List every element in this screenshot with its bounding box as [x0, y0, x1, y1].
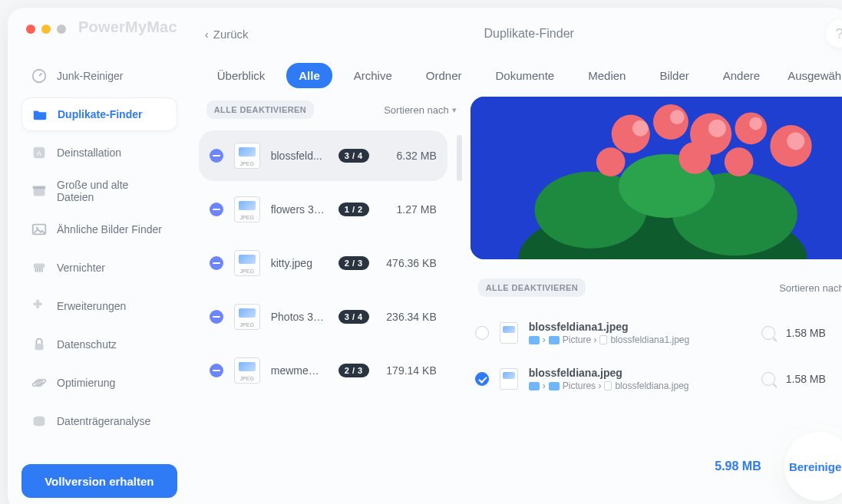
gauge-icon [31, 68, 48, 84]
svg-rect-7 [34, 264, 45, 268]
group-row[interactable]: JPEGkitty.jpeg2 / 3476.36 KB [199, 238, 447, 288]
sort-button[interactable]: Sortieren nach ▾ [384, 104, 457, 116]
window-controls: PowerMyMac [21, 18, 177, 36]
sidebar-item-datentr-geranalyse[interactable]: Datenträgeranalyse [21, 404, 177, 438]
back-button[interactable]: ‹ Zurück [205, 28, 249, 41]
sidebar-item-gro-e-und-alte-dateien[interactable]: Große und alte Dateien [21, 174, 177, 208]
lock-icon [31, 336, 48, 353]
sidebar-item-junk-reiniger[interactable]: Junk-Reiniger [21, 59, 177, 93]
sort-files-button[interactable]: Sortieren nach ▾ [779, 282, 842, 294]
tab-dokumente[interactable]: Dokumente [483, 63, 566, 88]
svg-point-26 [670, 110, 685, 124]
preview-image [471, 97, 842, 259]
app-window: PowerMyMac Junk-ReinigerDuplikate-Finder… [8, 8, 842, 504]
help-button[interactable]: ? [826, 20, 842, 48]
svg-point-27 [708, 120, 726, 137]
selected-total: 5.98 MB [715, 460, 761, 473]
file-path: › Picture › blossfeldiana1.jpeg [529, 334, 751, 345]
group-row[interactable]: JPEGblossfeld...3 / 46.32 MB [199, 130, 447, 181]
plugin-icon [31, 298, 48, 315]
sidebar-item-label: Deinstallation [57, 147, 121, 159]
svg-point-24 [725, 147, 754, 176]
deselect-icon[interactable] [210, 364, 223, 377]
svg-point-29 [787, 133, 804, 150]
maximize-window-icon[interactable] [57, 25, 66, 34]
svg-point-18 [653, 104, 688, 140]
shredder-icon [31, 259, 48, 276]
reveal-icon[interactable] [761, 326, 775, 340]
deselect-icon[interactable] [210, 203, 223, 216]
file-row[interactable]: blossfeldiana1.jpeg› Picture › blossfeld… [471, 311, 842, 354]
file-size: 1.58 MB [786, 373, 840, 385]
deselect-icon[interactable] [210, 310, 223, 324]
files-toolbar: ALLE DEAKTIVIEREN Sortieren nach ▾ [471, 275, 842, 301]
sidebar-nav: Junk-ReinigerDuplikate-FinderADeinstalla… [21, 59, 177, 456]
group-name: blossfeld... [271, 150, 328, 162]
deactivate-all-files-button[interactable]: ALLE DEAKTIVIEREN [478, 278, 586, 297]
svg-rect-4 [33, 186, 46, 189]
tab-bilder[interactable]: Bilder [647, 63, 701, 88]
sidebar-item-label: Junk-Reiniger [57, 70, 123, 82]
file-name: blossfeldiana1.jpeg [529, 321, 751, 333]
main-panel: ‹ Zurück Duplikate-Finder ? ÜberblickAll… [188, 8, 842, 504]
tab-ausgewählt[interactable]: Ausgewählt [781, 63, 842, 88]
tab-archive[interactable]: Archive [342, 63, 404, 88]
sidebar-item-label: Große und alte Dateien [57, 179, 168, 203]
sidebar-item-erweiterungen[interactable]: Erweiterungen [21, 289, 177, 323]
document-icon [604, 381, 612, 390]
sidebar-item-label: Datenträgeranalyse [57, 415, 150, 427]
groups-toolbar: ALLE DEAKTIVIEREN Sortieren nach ▾ [199, 97, 460, 123]
sidebar-item-datenschutz[interactable]: Datenschutz [21, 328, 177, 361]
group-row[interactable]: JPEGflowers 3…1 / 21.27 MB [199, 184, 447, 235]
close-window-icon[interactable] [26, 25, 35, 34]
count-badge: 1 / 2 [338, 203, 369, 216]
tab-medien[interactable]: Medien [576, 63, 638, 88]
tab-ordner[interactable]: Ordner [414, 63, 474, 88]
file-row[interactable]: blossfeldiana.jpeg› Pictures › blossfeld… [471, 357, 842, 400]
svg-point-28 [749, 117, 762, 130]
duplicate-groups-panel: ALLE DEAKTIVIEREN Sortieren nach ▾ JPEGb… [199, 97, 460, 501]
checkbox[interactable] [475, 372, 489, 386]
footer: 5.98 MB Bereinigen [715, 432, 842, 501]
clean-button[interactable]: Bereinigen [784, 432, 842, 501]
group-row[interactable]: JPEGPhotos 3…3 / 4236.34 KB [199, 292, 447, 342]
group-list: JPEGblossfeld...3 / 46.32 MBJPEGflowers … [199, 130, 460, 396]
sidebar-item-vernichter[interactable]: Vernichter [21, 251, 177, 285]
sidebar-item--hnliche-bilder-finder[interactable]: Ähnliche Bilder Finder [21, 212, 177, 246]
scrollbar[interactable] [457, 135, 462, 181]
tab-andere[interactable]: Andere [711, 63, 772, 88]
sidebar-item-label: Optimierung [57, 377, 115, 389]
group-size: 236.34 KB [380, 311, 437, 323]
group-row[interactable]: JPEGmewme…2 / 3179.14 KB [199, 345, 447, 396]
file-thumb: JPEG [234, 304, 260, 330]
count-badge: 3 / 4 [338, 310, 369, 324]
deactivate-all-button[interactable]: ALLE DEAKTIVIEREN [206, 100, 314, 119]
deselect-icon[interactable] [210, 149, 223, 163]
file-thumb: JPEG [234, 196, 260, 222]
reveal-icon[interactable] [761, 372, 775, 386]
folder-icon [549, 382, 560, 390]
filter-tabs: ÜberblickAlleArchiveOrdnerDokumenteMedie… [188, 54, 842, 97]
file-thumb [500, 322, 518, 344]
file-thumb: JPEG [234, 357, 260, 384]
file-info: blossfeldiana1.jpeg› Picture › blossfeld… [529, 321, 751, 345]
full-version-button[interactable]: Vollversion erhalten [21, 464, 177, 498]
checkbox[interactable] [475, 326, 489, 340]
tab-überblick[interactable]: Überblick [205, 63, 278, 88]
group-name: Photos 3… [271, 311, 328, 323]
minimize-window-icon[interactable] [41, 25, 51, 34]
sidebar-item-optimierung[interactable]: Optimierung [21, 366, 177, 400]
group-size: 476.36 KB [380, 257, 437, 269]
group-name: flowers 3… [271, 203, 328, 216]
tab-alle[interactable]: Alle [286, 63, 332, 88]
chevron-down-icon: ▾ [452, 105, 457, 115]
file-name: blossfeldiana.jpeg [529, 367, 751, 379]
deselect-icon[interactable] [210, 256, 223, 270]
file-thumb: JPEG [234, 250, 260, 276]
count-badge: 2 / 3 [338, 256, 369, 270]
svg-rect-3 [34, 188, 45, 196]
file-list: blossfeldiana1.jpeg› Picture › blossfeld… [471, 311, 842, 400]
sidebar-item-deinstallation[interactable]: ADeinstallation [21, 136, 177, 170]
sidebar-item-duplikate-finder[interactable]: Duplikate-Finder [21, 97, 177, 131]
count-badge: 3 / 4 [338, 149, 369, 163]
